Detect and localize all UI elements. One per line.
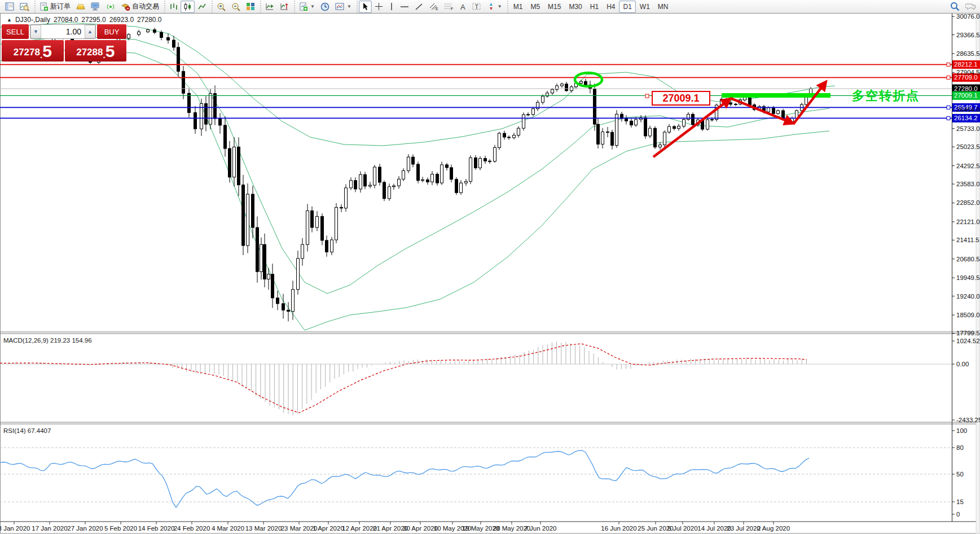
timeframe-M15[interactable]: M15 [544,1,565,13]
candle-body [138,32,140,34]
zoom-in-icon[interactable] [214,1,228,13]
terminal-icon[interactable] [88,1,103,13]
line-handle[interactable] [947,63,950,66]
text-label-tool[interactable]: T [469,1,484,13]
turning-point-annotation[interactable]: 多空转折点 [852,87,920,104]
candle-body [228,148,231,177]
macd-indicator-label: MACD(12,26,9) 219.23 154.96 [3,337,92,344]
candle-body [683,120,685,126]
new-order-label: 新订单 [50,2,71,11]
axis-tick-label: 1024.52 [956,338,980,344]
candle-body [594,89,596,124]
candle-body [630,121,633,125]
candle-body [659,145,662,147]
ohlc-open: 27084.0 [54,16,78,24]
timeframe-W1[interactable]: W1 [636,1,654,13]
arrows-tool[interactable]: ▼ [484,1,505,13]
candle-body [167,37,170,40]
chat-icon[interactable] [963,1,979,13]
new-chart-caret-icon: ▼ [310,4,315,9]
new-chart-button[interactable]: ▼ [296,1,318,13]
cursor-tool[interactable] [359,1,372,13]
volume-decrease-button[interactable]: ▼ [30,25,41,38]
timeframe-M1[interactable]: M1 [509,1,527,13]
zoom-out-icon[interactable] [228,1,243,13]
candle-body [484,159,487,161]
line-handle[interactable] [947,106,950,109]
candlestick-chart-icon[interactable] [181,1,195,13]
candle-body [767,108,770,112]
candle-body [247,194,249,246]
sell-price-button[interactable]: 27278.5 [2,40,64,62]
candle-body [321,216,324,240]
sell-price-pip: 5 [42,43,52,60]
candle-body [772,108,775,113]
candle-body [364,174,367,186]
candle-body [153,30,156,33]
candle-body [498,133,501,147]
market-watch-icon[interactable] [2,1,17,13]
autotrading-label: 自动交易 [132,2,159,11]
chart-shift-icon[interactable] [277,1,292,13]
candle-body [354,181,357,189]
level-callout-label[interactable]: 27009.1 [652,91,710,106]
timeframe-D1[interactable]: D1 [619,1,635,13]
candle-body [654,128,657,147]
date-label: 14 Feb 2020 [138,525,175,532]
trendline-tool[interactable] [412,1,426,13]
line-handle[interactable] [947,116,950,120]
timeframe-H1[interactable]: H1 [586,1,603,13]
volume-increase-button[interactable]: ▲ [85,25,95,38]
vertical-line-tool[interactable] [386,1,397,13]
candle-body [522,115,525,128]
arrows-caret-icon: ▼ [498,4,502,9]
volume-input[interactable]: 1.00 [41,25,85,38]
timeframe-M30[interactable]: M30 [565,1,586,13]
horizontal-line-tool[interactable] [397,1,412,13]
main-toolbar: 新订单 自动交易 [0,0,980,14]
axis-tick-label: 24292.5 [956,163,980,169]
crosshair-tool[interactable] [372,1,386,13]
candle-body [297,259,300,290]
equidistant-channel-tool[interactable]: E [426,1,441,13]
chart-canvas[interactable]: 28212.127709.027280.027009.126549.726134… [0,0,980,534]
axis-tick-label: 28635.5 [956,50,980,57]
candle-body [517,128,520,135]
callout-handle[interactable] [645,94,649,98]
date-label: 7 Jun 2020 [525,525,557,532]
period-clock-icon[interactable] [318,1,332,13]
candle-body [489,161,491,161]
buy-price-button[interactable]: 27288.5 [65,40,127,62]
candle-body [427,180,429,182]
autotrading-button[interactable]: 自动交易 [118,1,162,13]
gold-icon[interactable] [73,1,88,13]
svg-text:E: E [436,7,438,11]
line-chart-icon[interactable] [195,1,209,13]
new-order-button[interactable]: 新订单 [37,1,73,13]
ohlc-high: 27295.0 [81,16,106,24]
timeframe-MN[interactable]: MN [654,1,673,13]
chart-title: ▲ DJ30-,Daily 27084.0 27295.0 26923.0 27… [7,16,162,24]
tile-windows-icon[interactable] [243,1,258,13]
timeframe-H4[interactable]: H4 [603,1,619,13]
search-icon[interactable] [947,1,963,13]
date-label: 23 Jul 2020 [727,525,760,532]
timeframe-M5[interactable]: M5 [526,1,544,13]
auto-scroll-icon[interactable] [262,1,277,13]
date-label: 27 Jan 2020 [67,525,103,532]
candle-body [276,298,279,304]
candle-body [383,182,386,199]
data-window-icon[interactable] [17,1,32,13]
fibonacci-tool[interactable]: F [441,1,456,13]
axis-tick-label: 21411.5 [956,237,979,243]
buy-button[interactable]: BUY [97,24,126,39]
candle-body [469,158,472,182]
line-handle[interactable] [947,76,950,79]
sell-button[interactable]: SELL [2,24,29,39]
bar-chart-icon[interactable] [166,1,181,13]
profiles-button[interactable]: ▼ [332,1,354,13]
axis-tick-label: 18509.0 [956,312,980,318]
signals-icon[interactable] [103,1,118,13]
candle-body [388,187,391,199]
text-tool[interactable]: A [456,1,469,13]
